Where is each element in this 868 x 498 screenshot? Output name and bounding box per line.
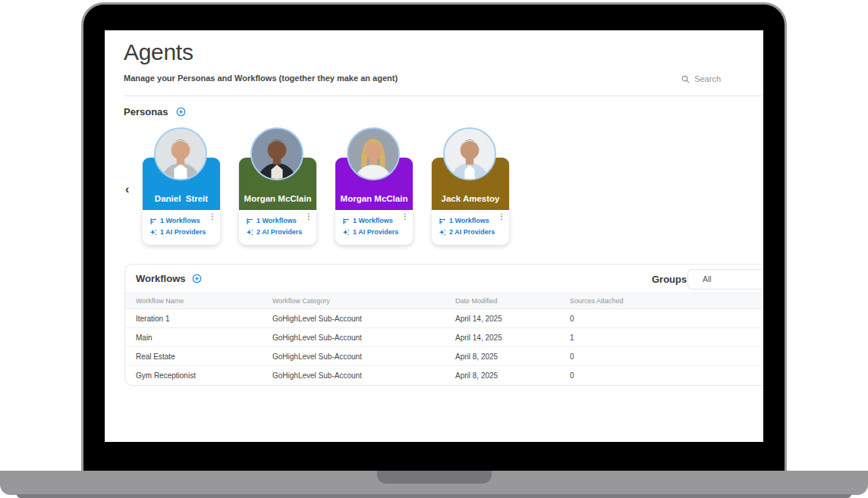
persona-name: Daniel Streit (143, 194, 220, 203)
ai-sparkle-icon (342, 229, 350, 236)
card-menu-button[interactable]: ⋮ (209, 213, 216, 221)
groups-label: Groups (652, 274, 687, 285)
table-header: Workflow Name Workflow Category Date Mod… (125, 293, 763, 309)
laptop-mockup: Agents Manage your Personas and Workflow… (0, 0, 868, 498)
card-menu-button[interactable]: ⋮ (401, 213, 409, 221)
workflow-category-cell: GoHighLevel Sub-Account (272, 334, 455, 342)
persona-card[interactable]: Morgan McClain 1 Workflows 1 AI Provider… (335, 127, 413, 245)
avatar (443, 127, 496, 180)
table-row[interactable]: Gym Receptionist GoHighLevel Sub-Account… (125, 366, 763, 385)
groups-select[interactable]: All (687, 269, 763, 290)
page-subtitle: Manage your Personas and Workflows (toge… (124, 74, 398, 83)
date-modified-cell: April 14, 2025 (455, 315, 570, 323)
persona-card[interactable]: Daniel Streit 1 Workflows 1 AI Providers… (143, 127, 220, 245)
workflow-icon (246, 218, 253, 225)
workflow-category-cell: GoHighLevel Sub-Account (272, 371, 455, 380)
avatar (154, 127, 207, 180)
laptop-base-bottom-edge (17, 494, 851, 498)
ai-sparkle-icon (246, 229, 253, 236)
persona-card[interactable]: Jack Amestoy 1 Workflows 2 AI Providers … (432, 127, 509, 245)
workflow-name-cell: Real Estate (136, 352, 272, 361)
ai-sparkle-icon (149, 229, 157, 236)
workflow-category-cell: GoHighLevel Sub-Account (272, 315, 455, 323)
workflow-name-cell: Main (136, 334, 272, 342)
search-label: Search (694, 74, 721, 83)
search-icon (681, 75, 690, 83)
workflow-name-cell: Iteration 1 (136, 315, 272, 323)
personas-section-label: Personas (124, 106, 168, 117)
header-divider (124, 96, 763, 96)
persona-card-stats: 1 Workflows 1 AI Providers ⋮ (335, 210, 413, 245)
persona-name: Jack Amestoy (432, 194, 509, 203)
workflows-section-label: Workflows (136, 273, 186, 284)
table-row[interactable]: Main GoHighLevel Sub-Account April 14, 2… (125, 328, 763, 347)
persona-card-stats: 1 Workflows 2 AI Providers ⋮ (239, 210, 316, 245)
card-menu-button[interactable]: ⋮ (305, 213, 313, 221)
agents-page: Agents Manage your Personas and Workflow… (105, 30, 763, 442)
persona-card-stats: 1 Workflows 2 AI Providers ⋮ (432, 210, 509, 245)
workflow-icon (342, 218, 350, 225)
date-modified-cell: April 14, 2025 (455, 334, 570, 342)
column-header: Date Modified (455, 297, 570, 305)
table-row[interactable]: Iteration 1 GoHighLevel Sub-Account Apri… (125, 309, 763, 328)
table-row[interactable]: Real Estate GoHighLevel Sub-Account Apri… (125, 347, 763, 366)
date-modified-cell: April 8, 2025 (455, 352, 570, 361)
workflow-name-cell: Gym Receptionist (136, 371, 272, 380)
sources-attached-cell: 0 (570, 315, 763, 323)
add-persona-button[interactable] (176, 107, 186, 117)
persona-name: Morgan McClain (239, 194, 316, 203)
search-input[interactable]: Search (681, 74, 721, 83)
providers-count: 2 AI Providers (246, 227, 316, 238)
laptop-base-notch (377, 471, 492, 484)
plus-circle-icon (176, 107, 186, 117)
persona-card[interactable]: Morgan McClain 1 Workflows 2 AI Provider… (239, 127, 316, 245)
sources-attached-cell: 1 (570, 334, 763, 342)
card-menu-button[interactable]: ⋮ (498, 213, 505, 221)
persona-card-stats: 1 Workflows 1 AI Providers ⋮ (143, 210, 220, 245)
providers-count: 1 AI Providers (149, 227, 220, 238)
persona-name: Morgan McClain (335, 194, 413, 203)
providers-count: 2 AI Providers (439, 227, 509, 238)
carousel-prev-button[interactable]: ‹ (125, 183, 129, 196)
workflow-icon (149, 218, 157, 225)
avatar (347, 127, 400, 180)
column-header: Workflow Name (136, 297, 272, 305)
column-header: Workflow Category (272, 297, 455, 305)
sources-attached-cell: 0 (570, 352, 763, 361)
providers-count: 1 AI Providers (342, 227, 413, 238)
ai-sparkle-icon (439, 229, 446, 236)
column-header: Sources Attached (570, 297, 763, 305)
workflow-category-cell: GoHighLevel Sub-Account (272, 352, 455, 361)
workflow-icon (439, 218, 446, 225)
workflows-panel: Workflows Groups All Workflow Name Workf… (124, 264, 763, 386)
avatar (250, 127, 303, 180)
add-workflow-button[interactable] (192, 274, 202, 283)
sources-attached-cell: 0 (570, 371, 763, 380)
plus-circle-icon (192, 274, 202, 283)
page-title: Agents (124, 39, 193, 65)
date-modified-cell: April 8, 2025 (455, 371, 570, 380)
